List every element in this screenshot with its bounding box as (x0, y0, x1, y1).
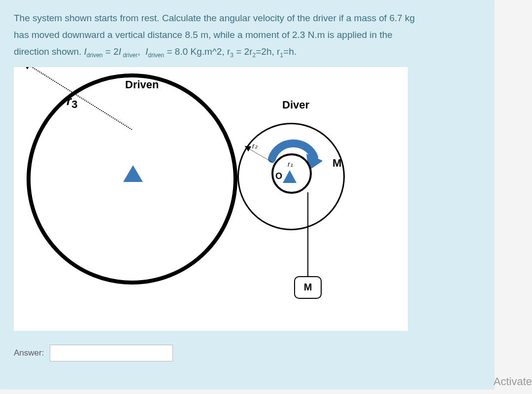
question-line2: has moved downward a vertical distance 8… (14, 30, 393, 40)
support-triangle-icon (123, 165, 143, 182)
mass-label: M (304, 282, 312, 293)
cable-line (307, 192, 308, 277)
question-line3-pre: direction shown. (14, 46, 84, 57)
hanging-mass: M (294, 276, 322, 299)
answer-input[interactable] (50, 345, 173, 361)
answer-row: Answer: (14, 345, 481, 361)
support-triangle-icon (283, 170, 297, 183)
driven-label: Driven (125, 78, 159, 91)
question-formula: Idriven = 2I driver, Idriven = 8.0 Kg.m^… (84, 46, 297, 57)
r2-label: r₂ (252, 142, 258, 150)
activate-watermark: Activate (494, 375, 532, 388)
problem-diagram: Driven r3 Diver M r₂ r₁ O M (14, 67, 408, 331)
diver-label: Diver (282, 99, 309, 111)
question-line1: The system shown starts from rest. Calcu… (14, 13, 415, 23)
arrowhead-icon (21, 67, 32, 70)
question-panel: The system shown starts from rest. Calcu… (0, 0, 495, 390)
answer-label: Answer: (14, 348, 44, 358)
question-text: The system shown starts from rest. Calcu… (14, 10, 481, 61)
origin-label: O (275, 171, 282, 181)
moment-label: M (332, 157, 341, 170)
r1-label: r₁ (288, 160, 293, 168)
r3-label: r3 (66, 93, 77, 111)
